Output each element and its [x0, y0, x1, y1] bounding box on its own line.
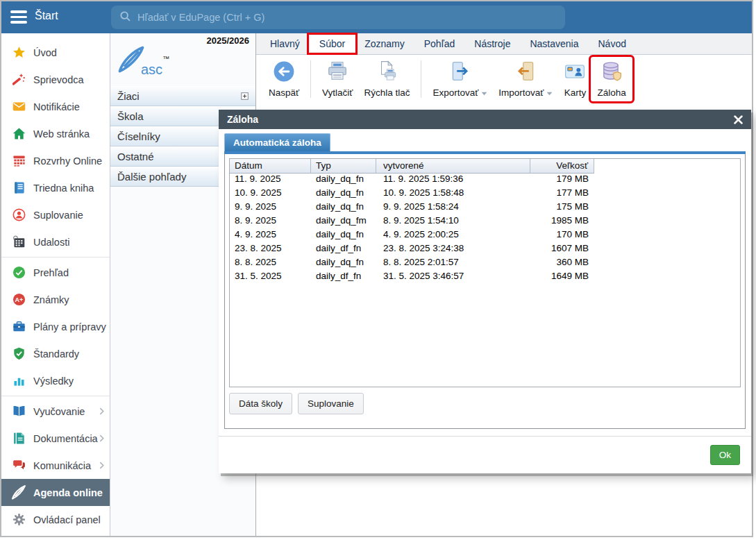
- table-row[interactable]: 11. 9. 2025daily_dq_fn11. 9. 2025 1:59:3…: [230, 174, 740, 187]
- asc-agenda-logo: ascAgenda™: [116, 44, 169, 78]
- sidebar-item-notifikacie[interactable]: Notifikácie: [1, 93, 110, 120]
- quick-print-icon: [376, 60, 398, 85]
- toolbar-button-exportovat[interactable]: Exportovať: [427, 58, 493, 101]
- toolbar-button-karty[interactable]: Karty: [558, 58, 591, 101]
- sidebar-item-web-stranka[interactable]: Web stránka: [1, 120, 110, 147]
- table-row[interactable]: 8. 9. 2025daily_dq_fm8. 9. 2025 1:54:101…: [230, 215, 740, 229]
- table-row[interactable]: 10. 9. 2025daily_dq_fn10. 9. 2025 1:58:4…: [230, 187, 740, 201]
- dialog-button-data-skoly[interactable]: Dáta školy: [229, 393, 292, 414]
- table-cell: 175 MB: [530, 201, 594, 215]
- svg-text:A+: A+: [15, 296, 23, 303]
- sidebar-item-ovladaci-panel[interactable]: Ovládací panel: [1, 506, 110, 533]
- sidebar-item-rozvrhy-online[interactable]: Rozvrhy Online: [1, 147, 110, 174]
- global-search[interactable]: [111, 6, 565, 29]
- sidebar-item-label: Agenda online: [33, 487, 103, 498]
- sidebar-item-triedna-kniha[interactable]: Triedna kniha: [1, 174, 110, 201]
- table-cell: 170 MB: [530, 229, 594, 243]
- sidebar-item-dokumentacia[interactable]: Dokumentácia: [1, 425, 110, 452]
- sidebar-item-prehlad[interactable]: Prehľad: [1, 259, 110, 286]
- table-row[interactable]: 31. 5. 2025daily_df_fn31. 5. 2025 3:46:5…: [230, 271, 740, 285]
- toolbar-button-label: Importovať: [498, 87, 553, 98]
- sidebar-item-standardy[interactable]: Štandardy: [1, 340, 110, 367]
- toolbar-button-label: Karty: [564, 87, 587, 98]
- table-row[interactable]: 8. 8. 2025daily_dq_fn8. 8. 2025 2:01:573…: [230, 257, 740, 271]
- ok-button[interactable]: Ok: [710, 445, 740, 465]
- close-icon[interactable]: [734, 115, 743, 124]
- menu-item-hlavny[interactable]: Hlavný: [260, 35, 310, 52]
- agenda-menu-item-label: Ostatné: [117, 151, 154, 162]
- table-cell: 9. 9. 2025 1:58:24: [376, 201, 530, 215]
- import-door-icon: [514, 60, 537, 85]
- shield-check-icon: [10, 347, 27, 360]
- table-cell: 31. 5. 2025: [230, 271, 311, 285]
- sidebar-item-vysledky[interactable]: Výsledky: [1, 367, 110, 394]
- sidebar-item-vyucovanie[interactable]: Vyučovanie: [1, 398, 110, 425]
- agenda-menu-item-ziaci[interactable]: Žiaci: [110, 86, 255, 106]
- start-menu-button[interactable]: Štart: [35, 10, 58, 22]
- menu-bar: HlavnýSúborZoznamyPohľadNástrojeNastaven…: [256, 33, 752, 55]
- sidebar-item-label: Plány a prípravy: [33, 321, 106, 332]
- sidebar-item-znamky[interactable]: A+Známky: [1, 286, 110, 313]
- envelope-icon: [10, 100, 27, 113]
- toolbar-button-vytlacit[interactable]: Vytlačiť: [317, 58, 358, 101]
- dialog-title: Záloha: [227, 114, 258, 125]
- toolbar-button-naspat[interactable]: Naspäť: [263, 58, 305, 101]
- open-book-icon: [10, 405, 27, 418]
- house-icon: [10, 127, 27, 140]
- tab-automaticka-zaloha[interactable]: Automatická záloha: [224, 133, 330, 151]
- sidebar-item-suplovanie[interactable]: Suplovanie: [1, 201, 110, 228]
- agenda-menu-item-label: Žiaci: [117, 90, 140, 102]
- sidebar-divider: [1, 396, 110, 396]
- column-header-velkost[interactable]: Veľkosť: [530, 159, 594, 174]
- column-header-vytvorene[interactable]: vytvorené: [376, 159, 530, 174]
- dialog-body: Automatická záloha DátumTypvytvorenéVeľk…: [219, 129, 751, 473]
- table-cell: 11. 9. 2025 1:59:36: [376, 174, 530, 187]
- tab-panel: DátumTypvytvorenéVeľkosť 11. 9. 2025dail…: [224, 154, 746, 429]
- menu-item-pohlad[interactable]: Pohľad: [414, 35, 465, 52]
- table-cell: daily_df_fn: [311, 243, 376, 257]
- table-row[interactable]: 9. 9. 2025daily_dq_fn9. 9. 2025 1:58:241…: [230, 201, 740, 215]
- toolbar-button-rychla-tlac[interactable]: Rýchla tlač: [358, 58, 415, 101]
- sidebar-item-label: Suplovanie: [33, 210, 83, 221]
- dialog-button-suplovanie[interactable]: Suplovanie: [298, 393, 364, 414]
- sidebar-item-agenda-online[interactable]: Agenda online: [1, 479, 110, 506]
- table-cell: 23. 8. 2025 3:24:38: [376, 243, 530, 257]
- dialog-footer: Ok: [219, 436, 751, 473]
- notebook-icon: [10, 181, 27, 194]
- sidebar-item-plany-a-pripravy[interactable]: Plány a prípravy: [1, 313, 110, 340]
- sidebar-item-label: Web stránka: [33, 128, 90, 140]
- table-row[interactable]: 4. 9. 2025daily_dq_fn4. 9. 2025 2:00:251…: [230, 229, 740, 243]
- sidebar-item-uvod[interactable]: Úvod: [1, 39, 110, 66]
- table-row[interactable]: 23. 8. 2025daily_df_fn23. 8. 2025 3:24:3…: [230, 243, 740, 257]
- sidebar-item-label: Komunikácia: [33, 460, 91, 471]
- pen-icon: [10, 484, 27, 501]
- menu-item-subor[interactable]: Súbor: [310, 35, 355, 52]
- toolbar-button-zaloha[interactable]: Záloha: [591, 58, 631, 101]
- menu-item-navod[interactable]: Návod: [589, 35, 636, 52]
- menu-item-nastroje[interactable]: Nástroje: [464, 35, 520, 52]
- logo-asc-text: asc: [141, 62, 162, 77]
- sidebar-item-label: Prehľad: [33, 267, 69, 278]
- agenda-menu-item-label: Číselníky: [117, 130, 160, 142]
- sidebar-item-sprievodca[interactable]: Sprievodca: [1, 66, 110, 93]
- table-cell: 10. 9. 2025: [230, 187, 311, 201]
- menu-item-nastavenia[interactable]: Nastavenia: [520, 35, 588, 52]
- search-input[interactable]: [137, 12, 557, 23]
- toolbar-button-label: Vytlačiť: [322, 87, 353, 98]
- sidebar-item-label: Ovládací panel: [33, 514, 101, 525]
- table-cell: daily_dq_fn: [311, 187, 376, 201]
- table-cell: 1985 MB: [530, 215, 594, 229]
- agenda-menu-item-label: Ďalšie pohľady: [117, 171, 186, 183]
- column-header-datum[interactable]: Dátum: [230, 159, 311, 174]
- toolbar-button-importovat[interactable]: Importovať: [493, 58, 558, 101]
- briefcase-icon: [10, 320, 27, 333]
- table-cell: 4. 9. 2025 2:00:25: [376, 229, 530, 243]
- hamburger-menu-icon[interactable]: [10, 10, 27, 24]
- expand-plus-icon: [241, 92, 249, 100]
- sidebar-item-udalosti[interactable]: Udalosti: [1, 228, 110, 255]
- chevron-right-icon: [99, 462, 104, 469]
- check-circle-icon: [10, 266, 27, 279]
- sidebar-item-komunikacia[interactable]: Komunikácia: [1, 452, 110, 479]
- menu-item-zoznamy[interactable]: Zoznamy: [355, 35, 414, 52]
- column-header-typ[interactable]: Typ: [311, 159, 376, 174]
